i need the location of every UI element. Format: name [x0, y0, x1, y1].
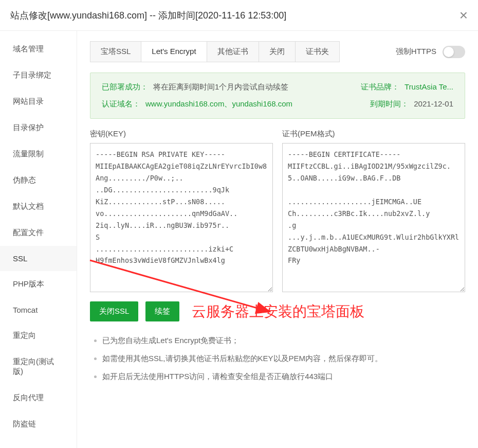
tab-lets-encrypt[interactable]: Let's Encrypt [141, 42, 207, 62]
modal-header: 站点修改[www.yundashi168.com] -- 添加时间[2020-1… [0, 0, 478, 31]
deploy-status-label: 已部署成功： [102, 82, 148, 92]
key-label: 密钥(KEY) [90, 129, 273, 139]
sidebar-item-hotlink[interactable]: 防盗链 [0, 411, 77, 437]
cert-brand-value: TrustAsia Te... [405, 82, 453, 92]
sidebar-item-traffic[interactable]: 流量限制 [0, 141, 77, 167]
sidebar-item-rewrite[interactable]: 伪静态 [0, 167, 77, 193]
close-icon[interactable]: × [459, 8, 468, 23]
cert-expire-value: 2021-12-01 [414, 99, 453, 109]
sidebar-item-tomcat[interactable]: Tomcat [0, 297, 77, 322]
top-row: 宝塔SSL Let's Encrypt 其他证书 关闭 证书夹 强制HTTPS [90, 41, 465, 62]
deploy-status-text: 将在距离到期时间1个月内尝试自动续签 [153, 82, 288, 92]
sidebar-item-ssl[interactable]: SSL [0, 246, 77, 271]
key-field-group: 密钥(KEY) [90, 129, 273, 292]
cert-expire-label: 到期时间： [370, 99, 409, 109]
tab-baota-ssl[interactable]: 宝塔SSL [90, 42, 141, 62]
annotation-text: 云服务器上安装的宝塔面板 [192, 302, 364, 321]
cert-domain-label: 认证域名： [102, 99, 140, 109]
modal-body: 域名管理 子目录绑定 网站目录 目录保护 流量限制 伪静态 默认文档 配置文件 … [0, 31, 478, 448]
success-row-1: 已部署成功： 将在距离到期时间1个月内尝试自动续签 证书品牌： TrustAsi… [102, 82, 453, 92]
sidebar-item-php[interactable]: PHP版本 [0, 271, 77, 297]
success-panel: 已部署成功： 将在距离到期时间1个月内尝试自动续签 证书品牌： TrustAsi… [90, 73, 465, 119]
main-content: 宝塔SSL Let's Encrypt 其他证书 关闭 证书夹 强制HTTPS … [77, 31, 478, 448]
info-item: 如需使用其他SSL,请切换其他证书后粘贴您的KEY以及PEM内容，然后保存即可。 [102, 354, 465, 364]
force-https-toggle[interactable] [443, 46, 465, 58]
ssl-tabs: 宝塔SSL Let's Encrypt 其他证书 关闭 证书夹 [90, 41, 340, 62]
sidebar-item-webdir[interactable]: 网站目录 [0, 88, 77, 115]
info-list: 已为您自动生成Let's Encrypt免费证书； 如需使用其他SSL,请切换其… [90, 336, 465, 382]
tab-other-cert[interactable]: 其他证书 [207, 42, 259, 62]
info-item: 如开启后无法使用HTTPS访问，请检查安全组是否正确放行443端口 [102, 372, 465, 382]
sidebar-item-redirect-beta[interactable]: 重定向(测试版) [0, 349, 77, 385]
site-modify-modal: 站点修改[www.yundashi168.com] -- 添加时间[2020-1… [0, 0, 478, 448]
force-https-group: 强制HTTPS [396, 46, 465, 58]
cert-fields: 密钥(KEY) 证书(PEM格式) [90, 129, 465, 292]
cert-brand-label: 证书品牌： [361, 82, 399, 92]
sidebar-item-defaultdoc[interactable]: 默认文档 [0, 193, 77, 220]
pem-textarea[interactable] [282, 143, 465, 292]
sidebar: 域名管理 子目录绑定 网站目录 目录保护 流量限制 伪静态 默认文档 配置文件 … [0, 31, 77, 448]
sidebar-item-config[interactable]: 配置文件 [0, 220, 77, 246]
cert-domain-value: www.yundashi168.com、yundashi168.com [145, 99, 292, 109]
pem-label: 证书(PEM格式) [282, 129, 465, 139]
tab-cert-folder[interactable]: 证书夹 [296, 42, 339, 62]
sidebar-item-dirprotect[interactable]: 目录保护 [0, 115, 77, 141]
sidebar-item-subdir[interactable]: 子目录绑定 [0, 62, 77, 88]
key-textarea[interactable] [90, 143, 273, 292]
sidebar-item-redirect[interactable]: 重定向 [0, 322, 77, 349]
success-row-2: 认证域名： www.yundashi168.com、yundashi168.co… [102, 99, 453, 109]
force-https-label: 强制HTTPS [396, 47, 436, 57]
button-row: 关闭SSL 续签 云服务器上安装的宝塔面板 [90, 301, 465, 321]
info-item: 已为您自动生成Let's Encrypt免费证书； [102, 336, 465, 346]
tab-close[interactable]: 关闭 [259, 42, 296, 62]
close-ssl-button[interactable]: 关闭SSL [90, 301, 138, 321]
sidebar-item-domain[interactable]: 域名管理 [0, 36, 77, 62]
renew-button[interactable]: 续签 [145, 301, 179, 321]
modal-title: 站点修改[www.yundashi168.com] -- 添加时间[2020-1… [10, 9, 286, 22]
pem-field-group: 证书(PEM格式) [282, 129, 465, 292]
sidebar-item-proxy[interactable]: 反向代理 [0, 385, 77, 411]
